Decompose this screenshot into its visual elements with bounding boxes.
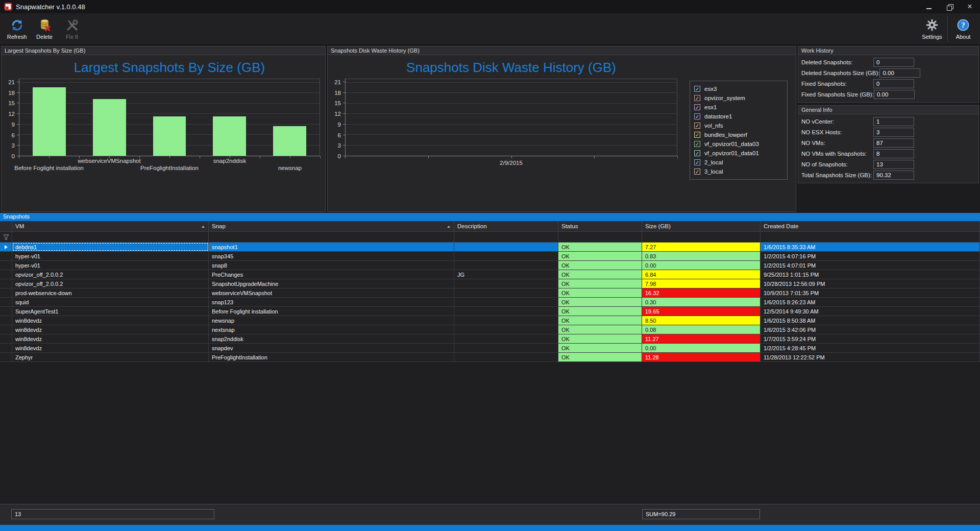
cell-size[interactable]: 0.30: [642, 298, 761, 306]
cell-snap[interactable]: snap345: [209, 252, 454, 260]
cell-desc[interactable]: [454, 243, 558, 251]
cell-created[interactable]: 1/6/2015 8:26:23 AM: [761, 298, 980, 306]
cell-desc[interactable]: [454, 353, 558, 361]
table-row[interactable]: win8devdznewsnapOK8.501/6/2015 8:50:38 A…: [0, 316, 980, 325]
fix-it-button[interactable]: Fix It: [58, 13, 86, 44]
cell-created[interactable]: 9/25/2013 1:01:15 PM: [761, 270, 980, 279]
cell-snap[interactable]: snap2nddisk: [209, 334, 454, 343]
cell-snap[interactable]: snapdev: [209, 344, 454, 352]
cell-status[interactable]: OK: [558, 261, 642, 270]
delete-button[interactable]: Delete: [31, 13, 58, 44]
legend-checkbox-vf_opvizor01_data03[interactable]: ✓: [694, 141, 700, 147]
cell-status[interactable]: OK: [558, 288, 642, 297]
close-button[interactable]: ×: [960, 0, 980, 13]
cell-status[interactable]: OK: [558, 252, 642, 260]
cell-created[interactable]: 1/7/2015 3:59:24 PM: [761, 334, 980, 343]
cell-vm[interactable]: squid: [12, 298, 209, 306]
table-row[interactable]: win8devdznextsnapOK0.081/6/2015 3:42:06 …: [0, 325, 980, 334]
column-header-description[interactable]: Description: [454, 221, 558, 231]
cell-snap[interactable]: snap123: [209, 298, 454, 306]
cell-status[interactable]: OK: [558, 344, 642, 352]
cell-desc[interactable]: [454, 298, 558, 306]
cell-created[interactable]: 11/28/2013 12:22:52 PM: [761, 353, 980, 361]
table-row[interactable]: squidsnap123OK0.301/6/2015 8:26:23 AM: [0, 298, 980, 307]
cell-desc[interactable]: [454, 316, 558, 325]
legend-checkbox-3_local[interactable]: ✓: [694, 168, 700, 175]
legend-item-esx1[interactable]: ✓esx1: [694, 103, 783, 112]
cell-size[interactable]: 16.32: [642, 288, 761, 297]
cell-status[interactable]: OK: [558, 298, 642, 306]
legend-item-3_local[interactable]: ✓3_local: [694, 167, 783, 176]
cell-desc[interactable]: [454, 252, 558, 260]
cell-desc[interactable]: [454, 344, 558, 352]
legend-item-2_local[interactable]: ✓2_local: [694, 158, 783, 167]
cell-snap[interactable]: Before Foglight installation: [209, 307, 454, 316]
settings-button[interactable]: Settings: [918, 13, 946, 44]
legend-checkbox-2_local[interactable]: ✓: [694, 159, 700, 165]
cell-snap[interactable]: snapshot1: [209, 243, 454, 251]
cell-snap[interactable]: PreFoglightInstallation: [209, 353, 454, 361]
table-row[interactable]: opvizor_off_2.0.0.2SnapshotUpgradeMachin…: [0, 279, 980, 288]
table-row[interactable]: hyper-v01snap345OK0.831/2/2015 4:07:16 P…: [0, 252, 980, 261]
cell-snap[interactable]: webserviceVMSnapshot: [209, 288, 454, 297]
legend-checkbox-datastore1[interactable]: ✓: [694, 113, 700, 119]
about-button[interactable]: ? About: [949, 13, 977, 44]
cell-status[interactable]: OK: [558, 316, 642, 325]
filter-input-status[interactable]: [558, 232, 642, 242]
legend-item-esx3[interactable]: ✓esx3: [694, 84, 783, 93]
cell-vm[interactable]: win8devdz: [12, 325, 209, 334]
cell-size[interactable]: 7.27: [642, 243, 761, 251]
cell-vm[interactable]: win8devdz: [12, 316, 209, 325]
column-header-size[interactable]: Size (GB): [642, 221, 761, 231]
cell-desc[interactable]: JG: [454, 270, 558, 279]
cell-created[interactable]: 1/6/2015 8:50:38 AM: [761, 316, 980, 325]
cell-created[interactable]: 1/6/2015 3:42:06 PM: [761, 325, 980, 334]
refresh-button[interactable]: Refresh: [3, 13, 31, 44]
cell-status[interactable]: OK: [558, 243, 642, 251]
cell-vm[interactable]: opvizor_off_2.0.0.2: [12, 270, 209, 279]
cell-created[interactable]: 12/5/2014 9:49:30 AM: [761, 307, 980, 316]
cell-desc[interactable]: [454, 279, 558, 288]
cell-size[interactable]: 0.08: [642, 325, 761, 334]
legend-item-vf_opvizor01_data01[interactable]: ✓vf_opvizor01_data01: [694, 149, 783, 158]
cell-size[interactable]: 0.83: [642, 252, 761, 260]
cell-status[interactable]: OK: [558, 270, 642, 279]
cell-desc[interactable]: [454, 334, 558, 343]
cell-created[interactable]: 1/6/2015 8:35:33 AM: [761, 243, 980, 251]
filter-input-snap[interactable]: [209, 232, 454, 242]
legend-checkbox-esx1[interactable]: ✓: [694, 104, 700, 110]
cell-vm[interactable]: prod-webservice-down: [12, 288, 209, 297]
cell-created[interactable]: 1/2/2015 4:07:16 PM: [761, 252, 980, 260]
filter-input-description[interactable]: [454, 232, 558, 242]
table-row[interactable]: ZephyrPreFoglightInstallationOK11.2811/2…: [0, 353, 980, 362]
cell-vm[interactable]: Zephyr: [12, 353, 209, 361]
cell-size[interactable]: 11.28: [642, 353, 761, 361]
legend-item-vf_opvizor01_data03[interactable]: ✓vf_opvizor01_data03: [694, 139, 783, 149]
cell-desc[interactable]: [454, 325, 558, 334]
legend-checkbox-vf_opvizor01_data01[interactable]: ✓: [694, 150, 700, 156]
cell-vm[interactable]: hyper-v01: [12, 252, 209, 260]
cell-desc[interactable]: [454, 261, 558, 270]
cell-snap[interactable]: PreChanges: [209, 270, 454, 279]
cell-size[interactable]: 7.98: [642, 279, 761, 288]
restore-button[interactable]: [939, 0, 960, 13]
legend-checkbox-bundles_lowperf[interactable]: ✓: [694, 132, 700, 138]
cell-vm[interactable]: SuperAgentTest1: [12, 307, 209, 316]
legend-checkbox-vol_nfs[interactable]: ✓: [694, 123, 700, 129]
cell-status[interactable]: OK: [558, 307, 642, 316]
filter-input-vm[interactable]: [12, 232, 209, 242]
cell-size[interactable]: 0.00: [642, 344, 761, 352]
cell-status[interactable]: OK: [558, 353, 642, 361]
cell-vm[interactable]: hyper-v01: [12, 261, 209, 270]
cell-size[interactable]: 19.65: [642, 307, 761, 316]
cell-snap[interactable]: newsnap: [209, 316, 454, 325]
table-row[interactable]: debdns1snapshot1OK7.271/6/2015 8:35:33 A…: [0, 243, 980, 252]
cell-desc[interactable]: [454, 288, 558, 297]
cell-desc[interactable]: [454, 307, 558, 316]
cell-created[interactable]: 1/2/2015 4:07:01 PM: [761, 261, 980, 270]
cell-snap[interactable]: snap8: [209, 261, 454, 270]
cell-vm[interactable]: win8devdz: [12, 334, 209, 343]
filter-input-created[interactable]: [761, 232, 980, 242]
column-header-vm[interactable]: VM: [12, 221, 209, 231]
cell-vm[interactable]: opvizor_off_2.0.0.2: [12, 279, 209, 288]
